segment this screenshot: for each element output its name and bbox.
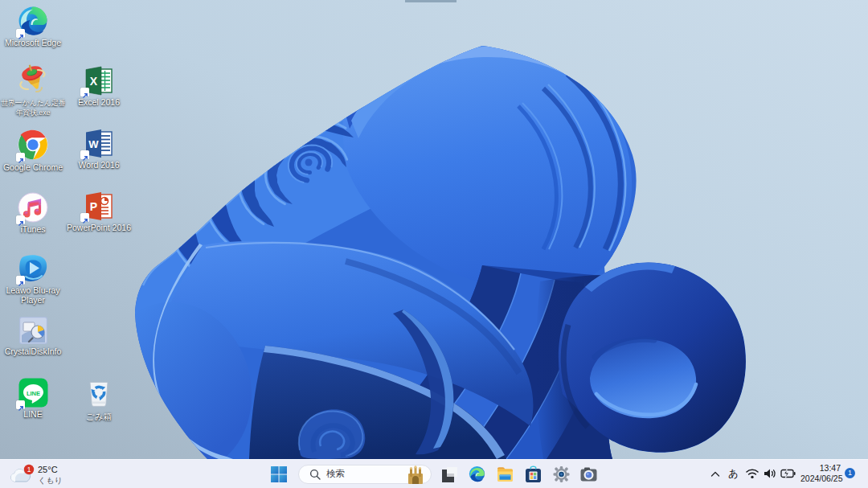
svg-text:P: P (90, 200, 97, 213)
svg-text:X: X (90, 75, 98, 88)
svg-text:W: W (88, 138, 99, 150)
svg-text:LINE: LINE (26, 390, 39, 397)
svg-text:1: 1 (27, 465, 31, 474)
